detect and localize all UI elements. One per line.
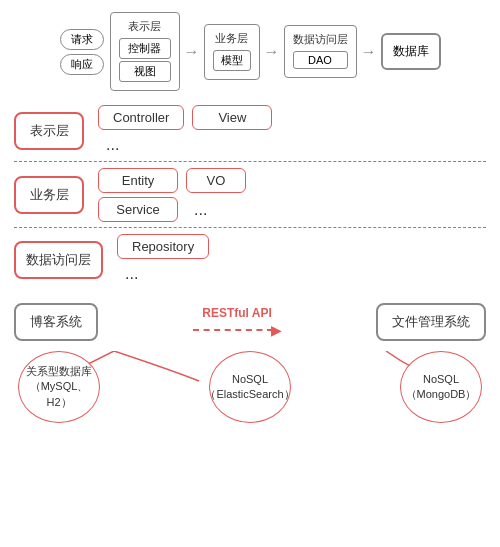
view-box: View	[192, 105, 272, 130]
presentation-layer-title: 表示层	[119, 19, 171, 34]
request-label: 请求	[60, 29, 104, 50]
data-access-row: 数据访问层 Repository ...	[14, 228, 486, 293]
arrow3: →	[361, 43, 377, 61]
presentation-row2: ...	[98, 134, 272, 156]
presentation-boxes: Controller View ...	[98, 105, 272, 156]
business-layer-box: 业务层 模型	[204, 24, 260, 80]
middle-section: 表示层 Controller View ... 业务层 Entity VO Se…	[0, 99, 500, 293]
service-box: Service	[98, 197, 178, 222]
data-access-layer-label: 数据访问层	[14, 241, 103, 279]
repository-box: Repository	[117, 234, 209, 259]
data-access-boxes: Repository ...	[117, 234, 209, 285]
bottom-section: 博客系统 RESTful API ▶ 文件管理系统 关系型数据库（MyS	[0, 293, 500, 449]
db-nodes-container: 关系型数据库（MySQL、H2） NoSQL（ElasticSearch） No…	[14, 351, 486, 441]
business-row1: Entity VO	[98, 168, 246, 193]
response-label: 响应	[60, 54, 104, 75]
arrow1: →	[184, 43, 200, 61]
nosql-mongodb-node: NoSQL（MongoDB）	[400, 351, 482, 423]
top-architecture-diagram: 请求 响应 表示层 控制器 视图 → 业务层 模型 → 数据访问层 DAO → …	[0, 0, 500, 99]
data-access-title: 数据访问层	[293, 32, 348, 47]
business-row: 业务层 Entity VO Service ...	[14, 162, 486, 228]
dao-item: DAO	[293, 51, 348, 69]
entity-box: Entity	[98, 168, 178, 193]
restful-api-label: RESTful API	[202, 306, 272, 320]
arrow2: →	[264, 43, 280, 61]
dashed-arrow-line: ▶	[193, 322, 282, 338]
relational-db-node: 关系型数据库（MySQL、H2）	[18, 351, 100, 423]
business-layer-title: 业务层	[213, 31, 251, 46]
data-access-dots: ...	[117, 263, 146, 285]
nosql-elasticsearch-node: NoSQL（ElasticSearch）	[209, 351, 291, 423]
req-resp-group: 请求 响应	[60, 29, 104, 75]
presentation-row: 表示层 Controller View ...	[14, 99, 486, 162]
vo-box: VO	[186, 168, 246, 193]
data-access-layer-box: 数据访问层 DAO	[284, 25, 357, 78]
presentation-layer-box: 表示层 控制器 视图	[110, 12, 180, 91]
business-row2: Service ...	[98, 197, 246, 222]
blog-system-box: 博客系统	[14, 303, 98, 341]
api-arrow-group: RESTful API ▶	[193, 306, 282, 338]
business-layer-label: 业务层	[14, 176, 84, 214]
controller-box: Controller	[98, 105, 184, 130]
file-system-box: 文件管理系统	[376, 303, 486, 341]
data-access-row1: Repository	[117, 234, 209, 259]
controller-item: 控制器	[119, 38, 171, 59]
presentation-dots: ...	[98, 134, 127, 156]
business-boxes: Entity VO Service ...	[98, 168, 246, 222]
business-dots: ...	[186, 199, 215, 221]
presentation-layer-label: 表示层	[14, 112, 84, 150]
model-item: 模型	[213, 50, 251, 71]
dashed-line	[193, 329, 273, 331]
presentation-row1: Controller View	[98, 105, 272, 130]
systems-row: 博客系统 RESTful API ▶ 文件管理系统	[14, 303, 486, 341]
data-access-row2: ...	[117, 263, 209, 285]
db-nodes-row: 关系型数据库（MySQL、H2） NoSQL（ElasticSearch） No…	[14, 351, 486, 423]
view-item: 视图	[119, 61, 171, 82]
database-cylinder: 数据库	[381, 33, 441, 70]
